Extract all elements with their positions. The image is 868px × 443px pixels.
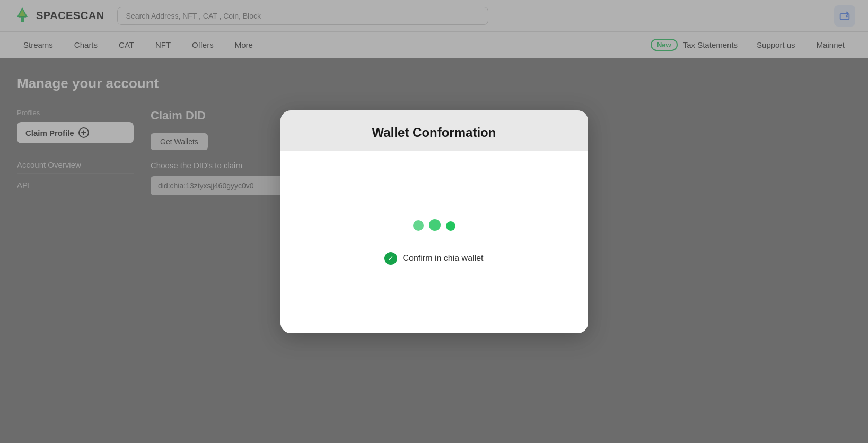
modal-title: Wallet Conformation: [302, 125, 567, 140]
modal-backdrop: Wallet Conformation ✓ Confirm in chia wa…: [0, 0, 868, 443]
loading-dots: [413, 219, 455, 231]
loading-dot-3: [446, 221, 455, 231]
confirm-row: ✓ Confirm in chia wallet: [384, 252, 483, 265]
wallet-confirmation-modal: Wallet Conformation ✓ Confirm in chia wa…: [280, 110, 588, 333]
main-overlay: Manage your account Profiles Claim Profi…: [0, 58, 868, 443]
modal-header: Wallet Conformation: [280, 110, 588, 151]
loading-dot-2: [429, 219, 441, 231]
loading-dot-1: [413, 220, 424, 231]
confirm-text: Confirm in chia wallet: [402, 254, 483, 263]
confirm-check-icon: ✓: [384, 252, 397, 265]
modal-body: ✓ Confirm in chia wallet: [280, 151, 588, 333]
